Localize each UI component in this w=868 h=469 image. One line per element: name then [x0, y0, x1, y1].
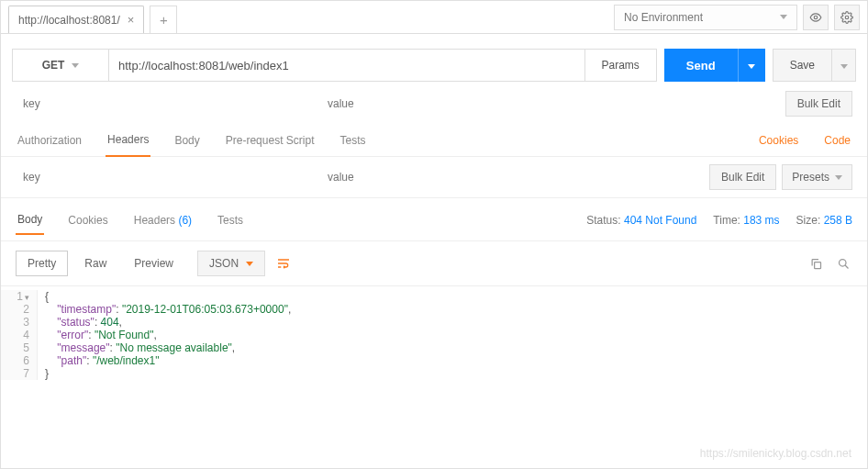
new-tab-button[interactable]: +: [150, 6, 177, 33]
param-value-input[interactable]: [320, 91, 614, 117]
format-row: Pretty Raw Preview JSON: [1, 240, 867, 286]
request-tabs: Authorization Headers Body Pre-request S…: [1, 124, 867, 157]
chevron-down-icon: [780, 15, 787, 19]
res-tab-tests[interactable]: Tests: [216, 207, 245, 234]
env-preview-icon[interactable]: [803, 5, 829, 30]
svg-rect-2: [814, 262, 820, 268]
line-gutter: 1▾234567: [1, 290, 38, 380]
settings-icon[interactable]: [834, 5, 860, 30]
tab-body[interactable]: Body: [172, 125, 201, 156]
svg-point-3: [839, 259, 846, 266]
search-icon[interactable]: [834, 254, 852, 273]
presets-button[interactable]: Presets: [782, 164, 852, 190]
svg-point-1: [845, 16, 849, 19]
chevron-down-icon: [748, 64, 755, 69]
res-toolbar-right: [807, 254, 852, 273]
tab-headers[interactable]: Headers: [106, 124, 150, 157]
svg-point-0: [814, 16, 818, 19]
request-tab[interactable]: http://localhost:8081/ ×: [8, 6, 144, 33]
environment-label: No Environment: [624, 11, 703, 24]
size-meta: Size: 258 B: [796, 214, 852, 227]
param-key-input[interactable]: [16, 91, 309, 117]
copy-icon[interactable]: [807, 254, 825, 273]
params-kv-row: Bulk Edit: [1, 91, 867, 124]
headers-kv-row: Bulk Edit Presets: [1, 157, 867, 198]
chevron-down-icon: [72, 63, 79, 68]
tab-prerequest[interactable]: Pre-request Script: [224, 125, 317, 156]
header-value-input[interactable]: [320, 164, 614, 190]
chevron-down-icon: [840, 64, 848, 69]
chevron-down-icon: [835, 175, 842, 180]
tab-tests[interactable]: Tests: [338, 125, 367, 156]
close-icon[interactable]: ×: [128, 13, 135, 27]
raw-button[interactable]: Raw: [73, 251, 117, 276]
send-dropdown[interactable]: [738, 49, 765, 82]
response-meta: Status: 404 Not Found Time: 183 ms Size:…: [586, 214, 852, 227]
status-meta: Status: 404 Not Found: [586, 214, 696, 227]
save-button[interactable]: Save: [773, 49, 832, 82]
tab-authorization[interactable]: Authorization: [16, 125, 83, 156]
res-headers-count: (6): [178, 214, 192, 227]
res-tab-cookies[interactable]: Cookies: [66, 207, 109, 234]
url-input[interactable]: [108, 49, 585, 82]
res-tab-body[interactable]: Body: [16, 206, 44, 235]
env-controls: No Environment: [614, 5, 867, 30]
res-tab-headers[interactable]: Headers (6): [132, 207, 194, 234]
request-row: GET Params Send Save: [1, 34, 867, 91]
code-source[interactable]: { "timestamp": "2019-12-01T06:05:03.673+…: [38, 290, 291, 380]
header-key-input[interactable]: [16, 164, 309, 190]
method-select[interactable]: GET: [12, 49, 108, 82]
tab-title: http://localhost:8081/: [18, 14, 120, 27]
response-body: 1▾234567 { "timestamp": "2019-12-01T06:0…: [1, 286, 867, 384]
preview-button[interactable]: Preview: [123, 251, 184, 276]
res-headers-label: Headers: [134, 214, 175, 227]
lang-select[interactable]: JSON: [197, 251, 265, 276]
chevron-down-icon: [246, 262, 253, 266]
bulk-edit-button[interactable]: Bulk Edit: [709, 164, 776, 190]
tabstrip: http://localhost:8081/ × +: [1, 1, 614, 33]
wrap-icon[interactable]: [271, 251, 296, 276]
save-dropdown[interactable]: [832, 49, 856, 82]
presets-label: Presets: [792, 171, 829, 184]
code-link[interactable]: Code: [822, 125, 852, 156]
cookies-link[interactable]: Cookies: [757, 125, 800, 156]
environment-select[interactable]: No Environment: [614, 5, 797, 30]
send-button[interactable]: Send: [664, 49, 738, 82]
params-button[interactable]: Params: [585, 49, 657, 82]
time-meta: Time: 183 ms: [713, 214, 779, 227]
method-label: GET: [42, 59, 65, 72]
watermark: https://smilenicky.blog.csdn.net: [700, 447, 851, 460]
lang-label: JSON: [209, 257, 239, 270]
pretty-button[interactable]: Pretty: [16, 251, 68, 276]
response-tabs: Body Cookies Headers (6) Tests Status: 4…: [1, 198, 867, 235]
topbar: http://localhost:8081/ × + No Environmen…: [1, 1, 867, 34]
bulk-edit-button[interactable]: Bulk Edit: [785, 91, 852, 117]
